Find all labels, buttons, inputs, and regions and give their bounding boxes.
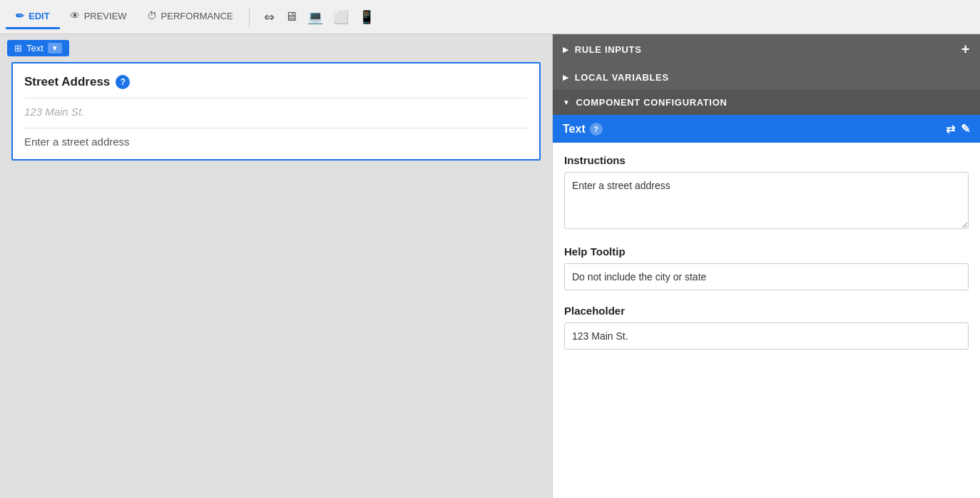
rule-inputs-label: RULE INPUTS: [575, 44, 642, 55]
help-tooltip-label: Help Tooltip: [564, 245, 969, 258]
placeholder-label: Placeholder: [564, 305, 969, 317]
config-title: Text: [563, 123, 586, 136]
right-panel: ▶ RULE INPUTS + ▶ LOCAL VARIABLES ▼ COMP…: [552, 34, 980, 498]
component-label-bar: ⊞ Text ▼: [0, 34, 552, 62]
form-instructions: Enter a street address: [24, 136, 528, 148]
placeholder-input[interactable]: [564, 322, 969, 350]
form-field-help-icon[interactable]: ?: [116, 75, 130, 89]
device-laptop-icon[interactable]: 💻: [305, 6, 326, 28]
divider: [249, 7, 250, 27]
instructions-label: Instructions: [564, 154, 969, 166]
form-field-label: Street Address ?: [24, 75, 528, 89]
form-divider-1: [24, 98, 528, 98]
tab-performance[interactable]: ⏱ PERFORMANCE: [137, 4, 243, 29]
swap-icon[interactable]: ⇄: [946, 122, 955, 136]
main-content: ⊞ Text ▼ Street Address ? 123 Main St. E…: [0, 34, 980, 498]
component-tag-icon: ⊞: [14, 43, 22, 54]
rule-inputs-add-icon[interactable]: +: [961, 41, 970, 58]
local-variables-triangle: ▶: [563, 73, 569, 81]
rule-inputs-triangle: ▶: [563, 46, 569, 54]
component-config-label: COMPONENT CONFIGURATION: [576, 97, 728, 108]
canvas-panel: ⊞ Text ▼ Street Address ? 123 Main St. E…: [0, 34, 552, 498]
placeholder-section: Placeholder: [564, 305, 969, 350]
rule-inputs-header[interactable]: ▶ RULE INPUTS +: [553, 34, 980, 65]
device-desktop-icon[interactable]: 🖥: [282, 6, 300, 28]
edit-icon[interactable]: ✎: [961, 122, 970, 136]
config-body: Instructions Enter a street address Help…: [553, 143, 980, 498]
tab-edit-label: EDIT: [29, 11, 50, 21]
device-mobile-icon[interactable]: 📱: [356, 6, 377, 28]
component-tag-label: Text: [26, 43, 44, 54]
component-tag[interactable]: ⊞ Text ▼: [7, 40, 69, 56]
form-divider-2: [24, 128, 528, 128]
preview-icon: 👁: [70, 10, 80, 21]
instructions-section: Instructions Enter a street address: [564, 154, 969, 231]
form-placeholder: 123 Main St.: [24, 106, 528, 118]
config-help-icon[interactable]: ?: [590, 123, 603, 136]
tab-edit[interactable]: ✏ EDIT: [6, 4, 60, 29]
help-tooltip-section: Help Tooltip: [564, 245, 969, 290]
local-variables-header[interactable]: ▶ LOCAL VARIABLES: [553, 65, 980, 90]
component-config-triangle: ▼: [563, 98, 571, 106]
tab-preview-label: PREVIEW: [84, 11, 127, 21]
component-tag-dropdown[interactable]: ▼: [48, 43, 62, 54]
local-variables-label: LOCAL VARIABLES: [575, 72, 669, 83]
instructions-textarea[interactable]: Enter a street address: [564, 172, 969, 229]
performance-icon: ⏱: [147, 10, 157, 21]
config-header-actions: ⇄ ✎: [946, 122, 970, 136]
device-icons: ⇔ 🖥 💻 ⬜ 📱: [261, 6, 377, 28]
edit-icon: ✏: [16, 10, 24, 21]
device-tablet-icon[interactable]: ⬜: [330, 6, 352, 28]
config-header: Text ? ⇄ ✎: [553, 115, 980, 143]
tab-performance-label: PERFORMANCE: [161, 11, 233, 21]
component-config-header[interactable]: ▼ COMPONENT CONFIGURATION: [553, 90, 980, 115]
help-tooltip-input[interactable]: [564, 263, 969, 290]
tab-preview[interactable]: 👁 PREVIEW: [60, 4, 137, 29]
top-bar: ✏ EDIT 👁 PREVIEW ⏱ PERFORMANCE ⇔ 🖥 💻 ⬜ 📱: [0, 0, 980, 34]
canvas-area: Street Address ? 123 Main St. Enter a st…: [11, 62, 541, 161]
form-field-label-text: Street Address: [24, 75, 110, 89]
device-link-icon[interactable]: ⇔: [261, 6, 277, 28]
